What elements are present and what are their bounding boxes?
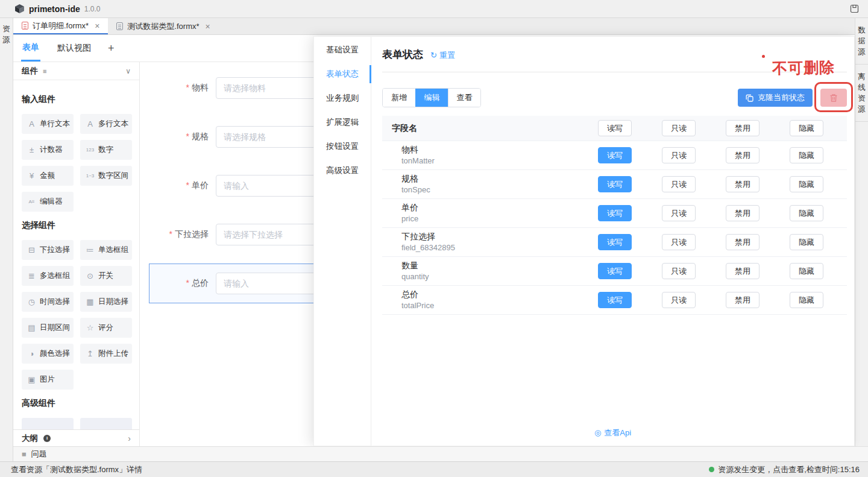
- state-tab[interactable]: 查看: [448, 89, 480, 107]
- bulk-state-button[interactable]: 禁用: [726, 120, 760, 136]
- component-list: 输入组件A单行文本A多行文本±计数器123数字¥金额1~3数字区间A≡编辑器选择…: [13, 80, 139, 429]
- field-id: price: [401, 213, 583, 224]
- component-item[interactable]: 123数字: [80, 140, 132, 160]
- state-button[interactable]: 禁用: [726, 234, 760, 250]
- component-item-label: 单行文本: [40, 119, 70, 129]
- resources-rail-tab[interactable]: 资源: [1, 18, 13, 45]
- component-item[interactable]: ¥金额: [22, 166, 74, 186]
- component-item[interactable]: ↥附件上传: [80, 344, 132, 364]
- color-picker-icon: ◑: [27, 349, 36, 358]
- settings-menu-item[interactable]: 基础设置: [314, 38, 371, 62]
- resource-change-notice[interactable]: 资源发生变更，点击查看,检查时间:15:16: [709, 464, 860, 475]
- state-button[interactable]: 只读: [662, 263, 696, 279]
- component-item[interactable]: ▣图片: [22, 370, 74, 390]
- state-column: 隐藏: [775, 263, 838, 279]
- right-rail-tab[interactable]: 离线资源: [855, 65, 868, 122]
- component-item[interactable]: ±计数器: [22, 140, 74, 160]
- state-button[interactable]: 只读: [662, 292, 696, 308]
- state-button[interactable]: 隐藏: [790, 176, 823, 192]
- settings-menu-item[interactable]: 按钮设置: [314, 134, 371, 159]
- reset-link[interactable]: ↻ 重置: [430, 50, 455, 61]
- field-name: 数量: [401, 260, 583, 271]
- state-button[interactable]: 禁用: [726, 263, 760, 279]
- save-icon[interactable]: [849, 4, 860, 14]
- view-api-link[interactable]: ◎查看Api: [371, 428, 854, 438]
- state-button[interactable]: 隐藏: [790, 234, 823, 250]
- state-column: 读写: [583, 120, 647, 136]
- state-button[interactable]: 只读: [662, 205, 696, 221]
- view-tab[interactable]: 默认视图: [56, 35, 92, 62]
- state-button[interactable]: 只读: [662, 147, 696, 163]
- field-id: field_68342895: [401, 242, 583, 253]
- component-item[interactable]: ⊟下拉选择: [22, 240, 74, 260]
- bulk-state-button[interactable]: 读写: [598, 120, 632, 136]
- delete-state-button[interactable]: [820, 89, 847, 107]
- state-button[interactable]: 读写: [598, 234, 632, 250]
- chevron-right-icon[interactable]: ›: [128, 434, 131, 443]
- upload-icon: ↥: [86, 349, 95, 358]
- state-column: 禁用: [711, 234, 775, 250]
- state-button[interactable]: 隐藏: [790, 205, 823, 221]
- component-item-label: 数字区间: [98, 171, 128, 181]
- component-item[interactable]: ◑颜色选择: [22, 344, 74, 364]
- state-button[interactable]: 隐藏: [790, 263, 823, 279]
- view-tab[interactable]: 表单: [21, 35, 40, 62]
- component-item[interactable]: A多行文本: [80, 114, 132, 134]
- component-item[interactable]: ☆评分: [80, 318, 132, 338]
- state-button[interactable]: 只读: [662, 176, 696, 192]
- component-item[interactable]: A≡编辑器: [22, 192, 74, 212]
- field-name-cell: 数量quantity: [401, 260, 583, 282]
- state-button[interactable]: 禁用: [726, 292, 760, 308]
- component-item-label: 日期区间: [40, 323, 70, 333]
- state-button[interactable]: 禁用: [726, 147, 760, 163]
- state-button[interactable]: 读写: [598, 176, 632, 192]
- component-item[interactable]: ◷时间选择: [22, 292, 74, 312]
- problems-bar[interactable]: ≡ 问题: [13, 446, 868, 461]
- component-item[interactable]: ▤日期区间: [22, 318, 74, 338]
- settings-menu-item[interactable]: 扩展逻辑: [314, 110, 371, 134]
- component-item[interactable]: 1~3数字区间: [80, 166, 132, 186]
- state-button[interactable]: 只读: [662, 234, 696, 250]
- state-button[interactable]: 禁用: [726, 205, 760, 221]
- close-icon[interactable]: ×: [206, 22, 210, 31]
- file-tab[interactable]: 订单明细.formx*×: [13, 18, 108, 34]
- field-state-row: 单价price读写只读禁用隐藏: [382, 199, 847, 228]
- component-item[interactable]: ≣多选框组: [22, 266, 74, 286]
- chevron-down-icon[interactable]: ∨: [125, 67, 131, 75]
- state-column: 读写: [583, 205, 647, 221]
- state-button[interactable]: 隐藏: [790, 292, 823, 308]
- state-tab[interactable]: 编辑: [415, 89, 448, 107]
- settings-menu-item[interactable]: 表单状态: [314, 62, 371, 86]
- settings-menu-item[interactable]: 高级设置: [314, 159, 371, 183]
- component-section-title: 选择组件: [22, 220, 131, 231]
- rail-label: 数据源: [856, 25, 868, 57]
- component-item[interactable]: ⊙开关: [80, 266, 132, 286]
- settings-menu-item[interactable]: 业务规则: [314, 86, 371, 110]
- component-item-label: 计数器: [40, 145, 63, 155]
- rail-label: 离线资源: [856, 71, 868, 115]
- close-icon[interactable]: ×: [95, 21, 99, 31]
- field-state-row: 下拉选择field_68342895读写只读禁用隐藏: [382, 228, 847, 257]
- state-button[interactable]: 读写: [598, 263, 632, 279]
- bulk-state-button[interactable]: 隐藏: [790, 120, 823, 136]
- right-rail-tab[interactable]: 数据源: [855, 18, 868, 65]
- file-tab[interactable]: 测试数据类型.formx*×: [108, 18, 218, 34]
- state-button[interactable]: 读写: [598, 147, 632, 163]
- component-item[interactable]: ▦日期选择: [80, 292, 132, 312]
- add-view-button[interactable]: +: [108, 35, 115, 62]
- clone-state-button[interactable]: 克隆当前状态: [738, 89, 813, 107]
- state-button[interactable]: 禁用: [726, 176, 760, 192]
- component-item-label: 时间选择: [40, 297, 70, 307]
- state-column: 只读: [647, 234, 711, 250]
- component-item[interactable]: A单行文本: [22, 114, 74, 134]
- outline-bar[interactable]: 大纲 i ›: [13, 429, 139, 446]
- state-tab[interactable]: 新增: [383, 89, 415, 107]
- state-button[interactable]: 读写: [598, 292, 632, 308]
- field-label-text: 物料: [192, 83, 209, 92]
- state-button[interactable]: 读写: [598, 205, 632, 221]
- state-button[interactable]: 隐藏: [790, 147, 823, 163]
- panel-header: 表单状态 ↻ 重置: [382, 48, 847, 62]
- bulk-state-button[interactable]: 只读: [662, 120, 696, 136]
- state-tab-group: 新增编辑查看: [382, 88, 481, 107]
- component-item[interactable]: ≔单选框组: [80, 240, 132, 260]
